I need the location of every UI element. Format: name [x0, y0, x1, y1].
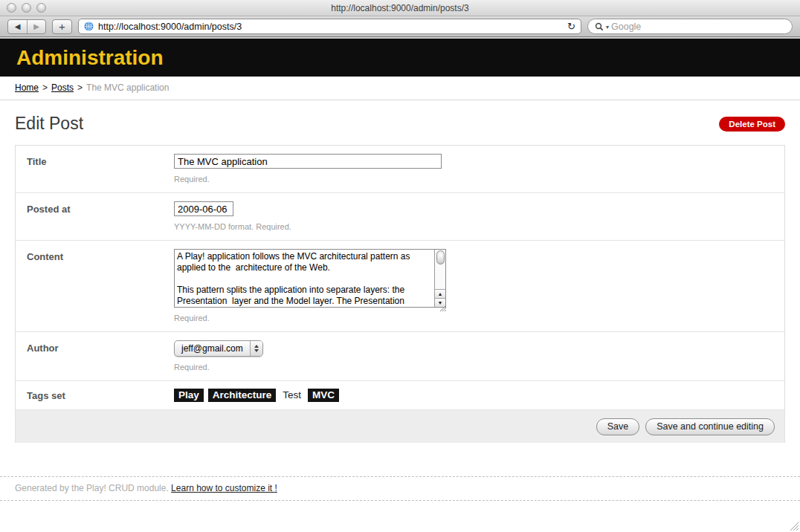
posted-at-label: Posted at — [16, 193, 174, 240]
delete-post-button[interactable]: Delete Post — [719, 117, 785, 132]
globe-icon — [84, 22, 94, 31]
close-button[interactable] — [7, 3, 16, 13]
edit-post-form: Title Required. Posted at YYYY-MM-DD for… — [15, 145, 785, 410]
textarea-scrollbar[interactable]: ▲ ▼ — [434, 250, 445, 307]
forward-button[interactable]: ▶ — [27, 20, 45, 33]
breadcrumb-separator: > — [77, 82, 83, 93]
site-header: Administration — [0, 39, 800, 77]
search-icon[interactable] — [595, 22, 604, 31]
form-row-title: Title Required. — [16, 146, 784, 193]
app-title: Administration — [16, 46, 164, 70]
tags-label: Tags set — [16, 381, 174, 409]
search-field[interactable]: ▾ — [587, 19, 793, 34]
window-titlebar: http://localhost:9000/admin/posts/3 — [0, 0, 800, 16]
save-and-continue-button[interactable]: Save and continue editing — [645, 418, 775, 435]
form-row-author: Author jeff@gmail.com Required. — [16, 332, 784, 381]
address-bar[interactable]: http://localhost:9000/admin/posts/3 ↻ — [78, 19, 581, 34]
title-input[interactable] — [174, 154, 442, 169]
save-button[interactable]: Save — [596, 418, 640, 435]
tag-mvc[interactable]: MVC — [308, 389, 339, 402]
content-textarea[interactable]: A Play! application follows the MVC arch… — [175, 250, 434, 307]
search-input[interactable] — [611, 22, 785, 32]
breadcrumb-link-posts[interactable]: Posts — [51, 82, 74, 93]
customize-link[interactable]: Learn how to customize it ! — [171, 483, 277, 493]
tag-architecture[interactable]: Architecture — [208, 389, 277, 402]
form-row-content: Content A Play! application follows the … — [16, 241, 784, 332]
content-textarea-wrap: A Play! application follows the MVC arch… — [174, 249, 446, 308]
address-url-text: http://localhost:9000/admin/posts/3 — [98, 22, 242, 32]
scroll-up-button[interactable]: ▲ — [435, 289, 445, 298]
tag-play[interactable]: Play — [174, 389, 204, 402]
title-label: Title — [16, 146, 174, 192]
content-help-text: Required. — [174, 314, 784, 322]
tag-test[interactable]: Test — [280, 389, 303, 402]
browser-toolbar: ◀ ▶ + http://localhost:9000/admin/posts/… — [0, 16, 800, 37]
breadcrumb-link-home[interactable]: Home — [15, 82, 39, 93]
posted-at-input[interactable] — [174, 201, 233, 216]
textarea-resize-grip[interactable] — [439, 305, 447, 312]
author-selected-value: jeff@gmail.com — [181, 343, 243, 354]
author-label: Author — [16, 332, 174, 380]
zoom-button[interactable] — [36, 3, 46, 13]
select-stepper-icon — [250, 341, 262, 356]
form-row-posted-at: Posted at YYYY-MM-DD format. Required. — [16, 193, 784, 241]
scrollbar-thumb[interactable] — [436, 250, 445, 265]
content-label: Content — [16, 241, 174, 331]
posted-at-help-text: YYYY-MM-DD format. Required. — [174, 222, 784, 231]
form-actions-bar: Save Save and continue editing — [15, 410, 785, 443]
new-tab-button[interactable]: + — [52, 19, 72, 34]
site-footer: Generated by the Play! CRUD module. Lear… — [0, 476, 800, 501]
back-button[interactable]: ◀ — [8, 20, 27, 33]
main-content: Edit Post Delete Post Title Required. Po… — [0, 114, 800, 443]
page-title: Edit Post — [15, 114, 83, 134]
footer-text: Generated by the Play! CRUD module. — [15, 483, 169, 493]
search-engine-caret-icon[interactable]: ▾ — [606, 24, 609, 30]
form-row-tags: Tags set Play Architecture Test MVC — [16, 381, 784, 410]
breadcrumb-current: The MVC application — [86, 82, 169, 93]
nav-button-group: ◀ ▶ — [7, 19, 46, 34]
author-help-text: Required. — [174, 363, 784, 372]
author-select[interactable]: jeff@gmail.com — [174, 340, 263, 357]
reload-icon[interactable]: ↻ — [567, 21, 575, 32]
minimize-button[interactable] — [22, 3, 31, 13]
breadcrumb-separator: > — [42, 82, 48, 93]
window-resize-grip[interactable] — [789, 521, 799, 531]
traffic-lights — [7, 3, 46, 13]
title-help-text: Required. — [174, 175, 784, 184]
window-title: http://localhost:9000/admin/posts/3 — [331, 3, 468, 13]
breadcrumb: Home > Posts > The MVC application — [0, 77, 800, 100]
